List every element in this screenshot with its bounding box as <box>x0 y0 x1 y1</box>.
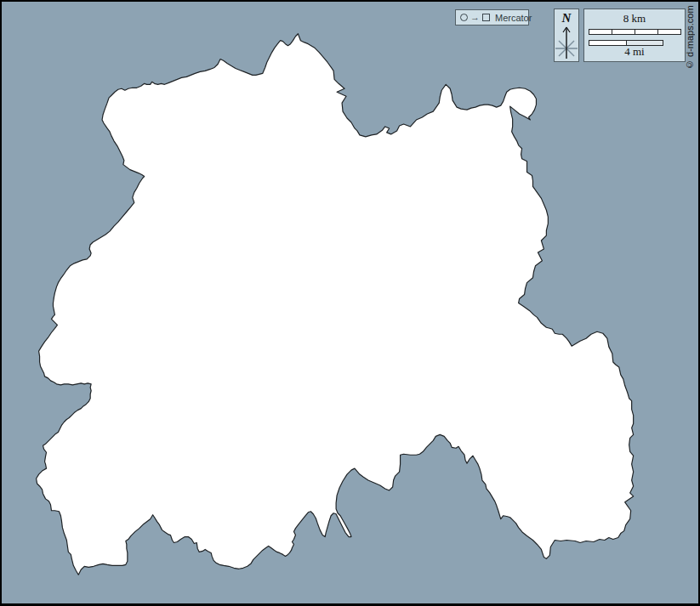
circle-icon <box>460 14 468 21</box>
compass-box: N <box>554 8 579 62</box>
scale-km-label: 8 km <box>584 12 685 25</box>
square-icon <box>482 14 490 21</box>
compass-star-icon <box>555 25 578 61</box>
north-label: N <box>562 11 572 25</box>
scale-mi-label: 4 mi <box>584 45 685 59</box>
projection-label: Mercator <box>495 13 532 23</box>
map-canvas: → Mercator N 8 km 4 mi © d-maps.com <box>0 0 700 606</box>
scale-bar-km <box>589 29 681 35</box>
arrow-right-icon: → <box>470 13 480 22</box>
projection-badge: → Mercator <box>455 9 529 25</box>
region-outline <box>37 34 634 575</box>
scale-bar-box: 8 km 4 mi <box>583 8 686 62</box>
copyright-credit: © d-maps.com <box>685 7 699 70</box>
map-region-svg <box>2 2 698 603</box>
